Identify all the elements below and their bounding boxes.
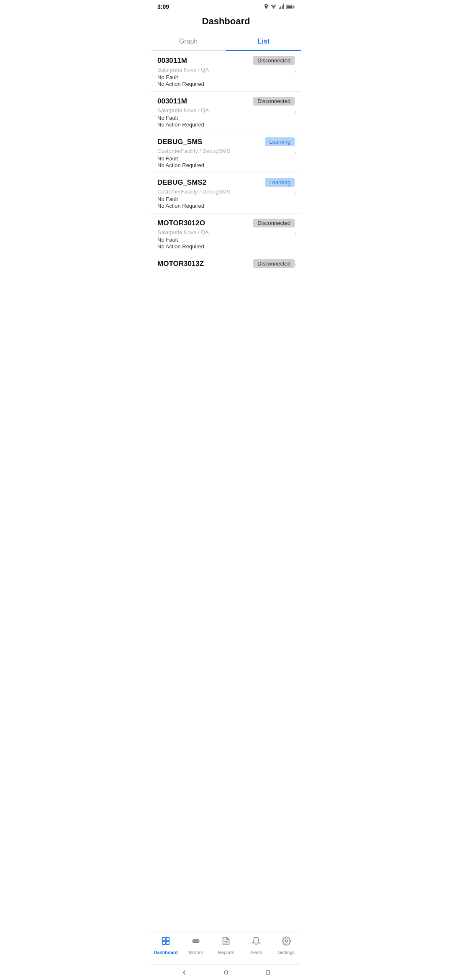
item-header: 003011M Disconnected bbox=[157, 56, 295, 65]
list-item[interactable]: 003011M Disconnected Salarpuria Nova / Q… bbox=[151, 92, 301, 132]
item-location: CustomerFacility / DebugSMS bbox=[157, 148, 295, 154]
tab-list[interactable]: List bbox=[226, 33, 301, 50]
status-badge: Disconnected bbox=[253, 259, 295, 268]
chevron-right-icon: › bbox=[294, 67, 296, 75]
item-header: MOTOR3013Z Disconnected bbox=[157, 259, 295, 268]
item-fault: No Fault bbox=[157, 155, 295, 162]
list-item[interactable]: MOTOR3012O Disconnected Salarpuria Nova … bbox=[151, 214, 301, 254]
item-name: MOTOR3012O bbox=[157, 219, 205, 227]
item-name: MOTOR3013Z bbox=[157, 260, 204, 268]
item-location: CustomerFacility / DebugSMS bbox=[157, 188, 295, 195]
list-item[interactable]: MOTOR3013Z Disconnected › bbox=[151, 254, 301, 274]
chevron-right-icon: › bbox=[294, 149, 296, 156]
item-action: No Action Required bbox=[157, 121, 295, 128]
status-badge: Learning bbox=[265, 137, 295, 146]
status-icons bbox=[264, 4, 295, 10]
location-icon bbox=[264, 4, 269, 10]
item-fault: No Fault bbox=[157, 237, 295, 243]
chevron-right-icon: › bbox=[294, 189, 296, 197]
svg-rect-3 bbox=[283, 4, 285, 9]
item-action: No Action Required bbox=[157, 203, 295, 209]
item-fault: No Fault bbox=[157, 115, 295, 121]
list-item[interactable]: DEBUG_SMS2 Learning CustomerFacility / D… bbox=[151, 173, 301, 214]
svg-rect-0 bbox=[279, 8, 280, 9]
tab-bar: Graph List bbox=[151, 33, 301, 51]
item-name: 003011M bbox=[157, 57, 187, 65]
status-badge: Disconnected bbox=[253, 97, 295, 106]
item-location: Salarpuria Nova / QA bbox=[157, 67, 295, 73]
item-header: DEBUG_SMS2 Learning bbox=[157, 178, 295, 187]
item-action: No Action Required bbox=[157, 243, 295, 250]
status-badge: Disconnected bbox=[253, 219, 295, 227]
status-badge: Learning bbox=[265, 178, 295, 187]
status-badge: Disconnected bbox=[253, 56, 295, 65]
item-fault: No Fault bbox=[157, 196, 295, 202]
svg-rect-2 bbox=[282, 5, 283, 9]
item-action: No Action Required bbox=[157, 162, 295, 168]
device-list: 003011M Disconnected Salarpuria Nova / Q… bbox=[151, 51, 301, 274]
list-item[interactable]: DEBUG_SMS Learning CustomerFacility / De… bbox=[151, 132, 301, 173]
status-bar: 3:09 bbox=[151, 0, 301, 12]
tab-graph[interactable]: Graph bbox=[151, 33, 226, 50]
item-location: Salarpuria Nova / QA bbox=[157, 229, 295, 235]
item-header: DEBUG_SMS Learning bbox=[157, 137, 295, 146]
item-name: 003011M bbox=[157, 97, 187, 106]
item-name: DEBUG_SMS bbox=[157, 138, 203, 146]
item-location: Salarpuria Nova / QA bbox=[157, 107, 295, 113]
item-header: 003011M Disconnected bbox=[157, 97, 295, 106]
list-item[interactable]: 003011M Disconnected Salarpuria Nova / Q… bbox=[151, 51, 301, 92]
svg-rect-6 bbox=[287, 5, 293, 8]
chevron-right-icon: › bbox=[294, 260, 296, 268]
svg-rect-1 bbox=[280, 7, 282, 10]
chevron-right-icon: › bbox=[294, 230, 296, 237]
battery-icon bbox=[286, 5, 295, 9]
item-fault: No Fault bbox=[157, 74, 295, 80]
signal-icon bbox=[279, 4, 285, 9]
chevron-right-icon: › bbox=[294, 108, 296, 116]
svg-rect-5 bbox=[294, 6, 295, 8]
item-name: DEBUG_SMS2 bbox=[157, 178, 206, 187]
status-time: 3:09 bbox=[157, 3, 169, 10]
item-action: No Action Required bbox=[157, 81, 295, 87]
page-title: Dashboard bbox=[151, 12, 301, 33]
item-header: MOTOR3012O Disconnected bbox=[157, 219, 295, 227]
wifi-icon bbox=[270, 4, 277, 9]
